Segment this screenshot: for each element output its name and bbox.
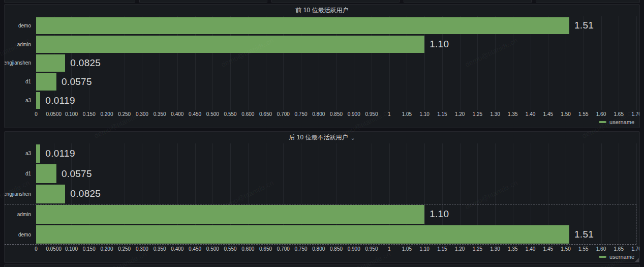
- x-tick-label: 0.350: [154, 111, 166, 117]
- x-tick-label: 1.20: [455, 246, 465, 252]
- bar-area: 0.0825: [36, 54, 636, 73]
- clipped-panel-stub: [4, 264, 640, 267]
- x-tick-label: 0.150: [83, 111, 96, 117]
- legend-item-username[interactable]: username: [599, 119, 634, 125]
- panel-title[interactable]: 后 10 位最不活跃用户: [289, 133, 348, 142]
- bar-dengjianshen[interactable]: [36, 185, 65, 203]
- bar-area: 1.10: [36, 204, 636, 224]
- legend-item-username[interactable]: username: [599, 254, 634, 260]
- x-tick-label: 1.10: [419, 246, 429, 252]
- x-tick-label: 1.20: [455, 111, 465, 117]
- category-label: demo: [5, 224, 36, 245]
- x-tick-label: 0.800: [312, 111, 325, 117]
- x-tick-label: 0.400: [171, 111, 183, 117]
- x-tick-label: 0.150: [83, 246, 96, 252]
- panel-least-active-users: 后 10 位最不活跃用户 ⌄ a30.0119d10.0575dengjians…: [4, 131, 640, 263]
- x-axis: 00.05000.1000.1500.2000.2500.3000.3500.4…: [36, 110, 636, 118]
- value-label: 0.0825: [70, 57, 101, 69]
- x-tick-label: 1.55: [578, 111, 588, 117]
- x-tick-label: 0.0500: [46, 111, 62, 117]
- legend-swatch-icon: [599, 121, 606, 123]
- x-tick-label: 1.35: [508, 111, 517, 117]
- value-label: 1.10: [430, 209, 449, 220]
- x-tick-label: 1.40: [526, 246, 535, 252]
- x-tick-label: 0.100: [65, 246, 78, 252]
- legend: username: [5, 118, 634, 128]
- x-tick-label: 0.850: [330, 246, 343, 252]
- category-label: d1: [5, 72, 36, 91]
- category-label: a3: [5, 143, 36, 164]
- bar-area: 1.51: [36, 224, 636, 245]
- legend-label: username: [609, 254, 634, 260]
- x-tick-label: 1.60: [596, 111, 606, 117]
- clipped-panel-stub: [139, 0, 267, 3]
- bar-demo[interactable]: [36, 17, 569, 35]
- x-tick-label: 1.30: [490, 111, 500, 117]
- bar-demo[interactable]: [36, 225, 569, 244]
- x-tick-label: 1.65: [614, 246, 624, 252]
- bar-d1[interactable]: [36, 164, 56, 183]
- x-tick-label: 0.350: [154, 246, 166, 252]
- x-tick-label: 0.100: [65, 111, 78, 117]
- x-tick-label: 0.450: [189, 246, 201, 252]
- value-label: 0.0119: [45, 148, 75, 159]
- value-label: 1.51: [574, 20, 594, 31]
- x-tick-label: 0.950: [365, 246, 378, 252]
- bar-admin[interactable]: [36, 36, 424, 53]
- panel-menu-caret-icon[interactable]: ⌄: [350, 136, 355, 140]
- x-tick-label: 0: [35, 246, 38, 252]
- category-label: dengjianshen: [5, 54, 36, 73]
- category-label: a3: [5, 91, 36, 110]
- bar-area: 0.0575: [36, 72, 636, 91]
- x-tick-label: 1.05: [402, 246, 412, 252]
- bar-a3[interactable]: [36, 144, 40, 163]
- value-label: 1.51: [574, 229, 594, 240]
- x-tick-label: 1.35: [508, 246, 517, 252]
- x-tick-label: 0.200: [100, 246, 113, 252]
- clipped-panel-stub: [271, 0, 400, 3]
- x-tick-label: 0.750: [295, 246, 308, 252]
- x-tick-label: 0.300: [136, 246, 148, 252]
- value-label: 0.0575: [62, 76, 92, 87]
- x-tick-label: 0.200: [100, 111, 113, 117]
- bar-chart: demo1.51admin1.10dengjianshen0.0825d10.0…: [5, 16, 636, 110]
- chart-row-dengjianshen: dengjianshen0.0825: [5, 184, 636, 204]
- x-tick-label: 0.500: [206, 246, 219, 252]
- x-tick-label: 1.65: [614, 111, 624, 117]
- bar-a3[interactable]: [36, 92, 40, 109]
- x-tick-label: 0: [35, 111, 38, 117]
- panel-resize-handle[interactable]: [635, 258, 639, 262]
- value-label: 1.10: [430, 39, 449, 50]
- x-tick-label: 1.45: [543, 246, 553, 252]
- x-tick-label: 1.70: [631, 246, 640, 252]
- x-tick-label: 1.25: [473, 246, 482, 252]
- x-tick-label: 1.50: [561, 111, 570, 117]
- x-tick-label: 1.30: [490, 246, 500, 252]
- panel-header[interactable]: 前 10 位最活跃用户: [5, 5, 639, 16]
- bar-dengjianshen[interactable]: [36, 54, 65, 72]
- bar-admin[interactable]: [36, 205, 424, 224]
- clipped-panel-stub: [4, 0, 135, 3]
- chart-row-dengjianshen: dengjianshen0.0825: [5, 54, 636, 73]
- value-label: 0.0119: [45, 95, 75, 106]
- x-tick-label: 0.900: [348, 111, 360, 117]
- panel-header[interactable]: 后 10 位最不活跃用户 ⌄: [5, 132, 639, 143]
- x-tick-label: 0.650: [259, 111, 272, 117]
- chart-row-demo: demo1.51: [5, 16, 636, 35]
- x-tick-label: 0.900: [348, 246, 360, 252]
- bar-area: 0.0119: [36, 91, 636, 110]
- chart-row-d1: d10.0575: [5, 72, 636, 91]
- bar-area: 0.0119: [36, 143, 636, 164]
- x-tick-label: 0.250: [118, 111, 131, 117]
- gridline: [636, 16, 637, 110]
- x-tick-label: 0.850: [330, 111, 343, 117]
- chart-row-a3: a30.0119: [5, 143, 636, 164]
- bar-d1[interactable]: [36, 73, 56, 91]
- bar-chart: a30.0119d10.0575dengjianshen0.0825admin1…: [5, 143, 636, 245]
- value-label: 0.0825: [70, 188, 101, 199]
- x-tick-label: 1.15: [437, 246, 447, 252]
- category-label: admin: [5, 35, 36, 54]
- panel-title[interactable]: 前 10 位最活跃用户: [295, 6, 348, 15]
- category-label: demo: [5, 16, 36, 35]
- gridline: [636, 143, 637, 245]
